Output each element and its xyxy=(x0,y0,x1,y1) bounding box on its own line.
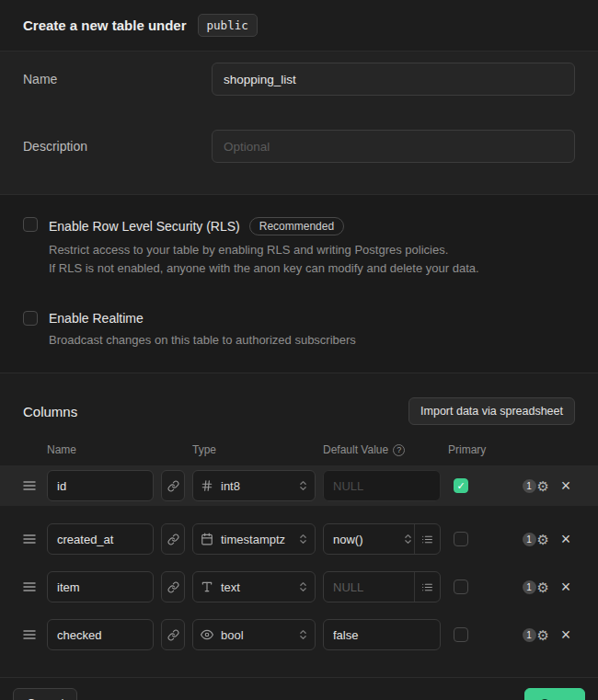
column-name-input[interactable] xyxy=(47,619,154,650)
default-value-field xyxy=(323,571,441,602)
column-type-select[interactable]: text xyxy=(192,571,316,602)
columns-table-header: Name Type Default Value ? Primary xyxy=(0,443,598,456)
create-table-panel: Create a new table under public Name Des… xyxy=(0,0,598,700)
drag-handle-icon[interactable] xyxy=(23,534,40,545)
dialog-footer: Cancel Save xyxy=(0,677,598,700)
table-details-section: Name Description xyxy=(0,52,598,195)
table-description-input[interactable] xyxy=(212,130,575,163)
default-value-input[interactable] xyxy=(324,479,440,493)
column-row: text ✓ 1 ⚙ × xyxy=(0,567,598,607)
columns-rows: int8 ✓ 1 ⚙ × timestamptz xyxy=(0,465,598,655)
column-type-label: text xyxy=(221,580,240,594)
foreign-key-link-icon[interactable] xyxy=(161,523,185,555)
rls-checkbox[interactable]: ✓ xyxy=(23,217,38,232)
description-row: Description xyxy=(23,130,575,163)
default-suggestions-icon[interactable] xyxy=(414,524,440,554)
columns-section: Columns Import data via spreadsheet Name… xyxy=(0,373,598,677)
settings-count-badge: 1 xyxy=(523,479,536,493)
chevron-updown-icon xyxy=(299,580,307,593)
cancel-button[interactable]: Cancel xyxy=(13,688,77,700)
settings-count-badge: 1 xyxy=(523,580,536,594)
column-header-type: Type xyxy=(192,443,316,456)
rls-toggle-block: ✓ Enable Row Level Security (RLS) Recomm… xyxy=(23,217,575,278)
drag-handle-icon[interactable] xyxy=(23,480,40,491)
remove-column-icon[interactable]: × xyxy=(557,530,575,548)
column-header-primary: Primary xyxy=(448,443,496,456)
table-name-input[interactable] xyxy=(212,63,575,96)
column-type-label: int8 xyxy=(221,479,240,493)
help-icon[interactable]: ? xyxy=(393,444,405,456)
primary-checkbox[interactable]: ✓ xyxy=(454,627,468,642)
default-value-input[interactable] xyxy=(324,628,440,642)
chevron-updown-icon xyxy=(299,479,307,492)
text-type-icon xyxy=(201,580,213,593)
chevron-updown-icon xyxy=(299,628,307,641)
realtime-toggle-block: ✓ Enable Realtime Broadcast changes on t… xyxy=(23,311,575,350)
column-type-select[interactable]: timestamptz xyxy=(192,523,316,555)
columns-title: Columns xyxy=(23,404,77,419)
realtime-label: Enable Realtime xyxy=(49,311,144,326)
primary-checkbox[interactable]: ✓ xyxy=(454,580,468,594)
column-type-select[interactable]: bool xyxy=(192,619,316,650)
default-value-input[interactable] xyxy=(324,580,414,594)
import-spreadsheet-button[interactable]: Import data via spreadsheet xyxy=(408,397,575,425)
gear-icon[interactable]: ⚙ xyxy=(537,533,549,546)
description-label: Description xyxy=(23,139,212,154)
foreign-key-link-icon[interactable] xyxy=(161,619,185,650)
gear-icon[interactable]: ⚙ xyxy=(537,628,549,642)
name-label: Name xyxy=(23,72,212,86)
recommended-badge: Recommended xyxy=(249,217,344,235)
calendar-icon xyxy=(201,533,213,545)
table-options-section: ✓ Enable Row Level Security (RLS) Recomm… xyxy=(0,195,598,373)
column-header-name: Name xyxy=(47,443,154,456)
gear-icon[interactable]: ⚙ xyxy=(537,580,549,594)
remove-column-icon[interactable]: × xyxy=(557,476,575,495)
realtime-checkbox[interactable]: ✓ xyxy=(23,311,38,326)
drag-handle-icon[interactable] xyxy=(23,581,40,592)
gear-icon[interactable]: ⚙ xyxy=(537,479,549,493)
schema-badge: public xyxy=(198,14,258,37)
remove-column-icon[interactable]: × xyxy=(557,578,575,596)
rls-description: Restrict access to your table by enablin… xyxy=(49,241,575,278)
column-header-default: Default Value xyxy=(323,443,388,456)
column-row: int8 ✓ 1 ⚙ × xyxy=(0,465,598,506)
default-value-input[interactable] xyxy=(324,533,404,546)
settings-count-badge: 1 xyxy=(523,533,536,546)
column-type-select[interactable]: int8 xyxy=(192,470,316,501)
primary-checkbox[interactable]: ✓ xyxy=(454,478,468,493)
primary-checkbox[interactable]: ✓ xyxy=(454,532,468,546)
default-value-field xyxy=(323,523,441,555)
column-name-input[interactable] xyxy=(47,470,154,501)
realtime-description: Broadcast changes on this table to autho… xyxy=(49,331,575,350)
save-button[interactable]: Save xyxy=(524,688,585,700)
default-value-field xyxy=(323,619,441,650)
column-type-label: bool xyxy=(221,628,244,642)
column-name-input[interactable] xyxy=(47,523,154,555)
drag-handle-icon[interactable] xyxy=(23,629,40,640)
remove-column-icon[interactable]: × xyxy=(557,625,575,644)
dialog-title: Create a new table under xyxy=(23,17,187,33)
hash-icon xyxy=(201,479,213,492)
rls-label: Enable Row Level Security (RLS) xyxy=(49,219,240,234)
settings-count-badge: 1 xyxy=(523,628,536,642)
name-row: Name xyxy=(23,63,575,96)
eye-icon xyxy=(201,628,213,641)
chevron-updown-icon xyxy=(299,533,307,545)
default-value-field xyxy=(323,470,441,501)
column-name-input[interactable] xyxy=(47,571,154,602)
foreign-key-link-icon[interactable] xyxy=(161,470,185,501)
column-row: timestamptz ✓ 1 ⚙ × xyxy=(0,519,598,559)
dialog-header: Create a new table under public xyxy=(0,0,598,52)
column-type-label: timestamptz xyxy=(221,533,285,546)
foreign-key-link-icon[interactable] xyxy=(161,571,185,602)
column-row: bool ✓ 1 ⚙ × xyxy=(0,614,598,655)
chevron-updown-icon xyxy=(404,533,412,545)
default-suggestions-icon[interactable] xyxy=(414,572,440,602)
